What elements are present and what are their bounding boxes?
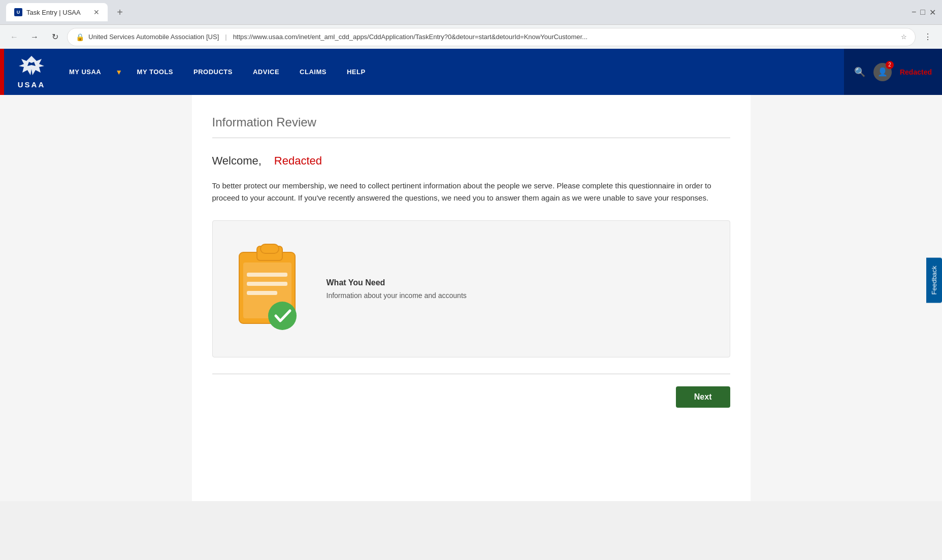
nav-item-products[interactable]: PRODUCTS — [183, 49, 243, 95]
svg-point-7 — [268, 302, 297, 330]
clipboard-checkmark-icon — [229, 237, 310, 339]
forward-button[interactable]: → — [26, 29, 43, 45]
red-accent-bar — [0, 49, 4, 95]
welcome-user-name: Redacted — [274, 154, 322, 167]
svg-rect-5 — [247, 282, 287, 286]
back-button[interactable]: ← — [6, 29, 22, 45]
tab-close-button[interactable]: ✕ — [93, 8, 100, 16]
nav-item-my-usaa[interactable]: MY USAA — [59, 49, 111, 95]
usaa-header: USAA MY USAA ▼ MY TOOLS PRODUCTS ADVICE … — [0, 49, 942, 95]
welcome-section: Welcome, Redacted — [212, 154, 730, 168]
usaa-logo-area: USAA — [4, 49, 59, 95]
maximize-button[interactable]: □ — [920, 8, 925, 17]
ssl-lock-icon: 🔒 — [76, 33, 84, 41]
search-icon[interactable]: 🔍 — [854, 67, 865, 78]
address-url: https://www.usaa.com/inet/ent_aml_cdd_ap… — [233, 33, 588, 41]
minimize-button[interactable]: − — [912, 8, 916, 17]
bookmark-icon[interactable]: ☆ — [901, 33, 907, 41]
info-box-detail: Information about your income and accoun… — [327, 291, 467, 300]
usaa-eagle-icon — [16, 55, 47, 80]
tab-title: Task Entry | USAA — [26, 9, 81, 16]
avatar-icon: 👤 — [878, 67, 888, 77]
next-button[interactable]: Next — [676, 386, 730, 408]
browser-nav: ← → ↻ 🔒 United Services Automobile Assoc… — [0, 24, 942, 49]
usaa-logo[interactable]: USAA — [16, 55, 47, 89]
header-right-area: 🔍 👤 2 Redacted — [844, 49, 942, 95]
welcome-label: Welcome, — [212, 154, 262, 167]
header-user-name: Redacted — [900, 68, 932, 76]
page-title: Information Review — [212, 115, 730, 138]
info-box: What You Need Information about your inc… — [212, 220, 730, 357]
nav-dropdown-arrow[interactable]: ▼ — [111, 49, 126, 95]
tab-favicon: U — [14, 8, 22, 16]
usaa-wordmark: USAA — [18, 80, 46, 89]
info-box-heading: What You Need — [327, 278, 467, 287]
browser-tab[interactable]: U Task Entry | USAA ✕ — [6, 3, 108, 21]
dropdown-arrow-icon: ▼ — [115, 68, 122, 76]
nav-right-controls: ⋮ — [920, 29, 936, 45]
browser-chrome: U Task Entry | USAA ✕ + − □ ✕ ← → ↻ 🔒 Un… — [0, 0, 942, 49]
new-tab-button[interactable]: + — [112, 4, 128, 20]
svg-rect-6 — [247, 291, 277, 295]
description-text: To better protect our membership, we nee… — [212, 180, 730, 204]
usaa-navigation: MY USAA ▼ MY TOOLS PRODUCTS ADVICE CLAIM… — [59, 49, 844, 95]
notification-badge: 2 — [886, 61, 894, 69]
page-wrapper: USAA MY USAA ▼ MY TOOLS PRODUCTS ADVICE … — [0, 49, 942, 501]
nav-item-help[interactable]: HELP — [337, 49, 376, 95]
nav-item-claims[interactable]: CLAIMS — [289, 49, 337, 95]
svg-rect-2 — [261, 244, 279, 253]
clipboard-icon-area — [229, 237, 310, 341]
browser-menu-button[interactable]: ⋮ — [920, 29, 936, 45]
bottom-bar: Next — [212, 374, 730, 408]
nav-item-advice[interactable]: ADVICE — [243, 49, 289, 95]
info-box-content: What You Need Information about your inc… — [327, 278, 467, 300]
feedback-tab[interactable]: Feedback — [926, 257, 942, 303]
address-org: United Services Automobile Association [… — [88, 33, 219, 41]
user-avatar[interactable]: 👤 2 — [873, 63, 892, 81]
svg-rect-4 — [247, 273, 287, 277]
reload-button[interactable]: ↻ — [47, 29, 63, 45]
main-content: Information Review Welcome, Redacted To … — [192, 95, 751, 501]
browser-titlebar: U Task Entry | USAA ✕ + − □ ✕ — [0, 0, 942, 24]
nav-item-my-tools[interactable]: MY TOOLS — [127, 49, 183, 95]
close-window-button[interactable]: ✕ — [929, 8, 936, 17]
address-bar[interactable]: 🔒 United Services Automobile Association… — [67, 28, 916, 46]
